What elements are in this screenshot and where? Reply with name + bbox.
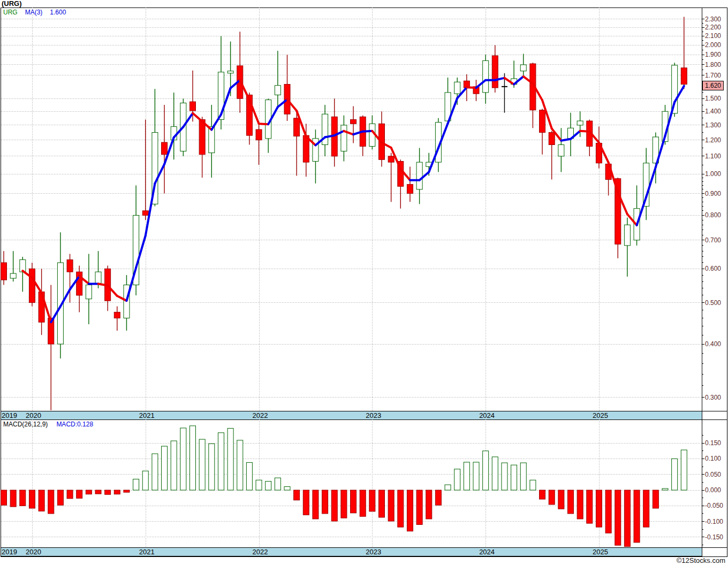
svg-text:-0.050: -0.050 xyxy=(705,502,723,509)
svg-text:1.900: 1.900 xyxy=(705,51,721,58)
svg-text:1.100: 1.100 xyxy=(705,152,721,160)
price-chart-legend: URG MA(3) 1.600 xyxy=(3,9,66,16)
macd-value-label: MACD:0.128 xyxy=(56,421,93,428)
macd-histogram-layer xyxy=(1,426,687,547)
macd-axis: 0.1500.1000.0500.000-0.050-0.100-0.150 xyxy=(702,419,723,545)
candlestick-layer xyxy=(1,17,687,410)
svg-text:0.900: 0.900 xyxy=(705,190,721,197)
svg-text:0.300: 0.300 xyxy=(705,394,721,401)
svg-text:0.100: 0.100 xyxy=(705,455,721,462)
svg-text:1.200: 1.200 xyxy=(705,136,721,144)
macd-legend: MACD(26,12,9) MACD:0.128 xyxy=(3,421,93,428)
svg-text:0.700: 0.700 xyxy=(705,236,721,244)
svg-text:1.800: 1.800 xyxy=(705,61,721,68)
ma-value-label: 1.600 xyxy=(50,9,66,16)
svg-text:2.100: 2.100 xyxy=(705,32,721,40)
svg-text:0.400: 0.400 xyxy=(705,340,721,348)
svg-text:0.050: 0.050 xyxy=(705,471,721,478)
svg-text:-0.150: -0.150 xyxy=(705,533,723,541)
svg-text:0.000: 0.000 xyxy=(705,486,721,494)
svg-text:1.400: 1.400 xyxy=(705,108,721,115)
last-price-badge: 1.620 xyxy=(702,81,724,90)
svg-text:1.300: 1.300 xyxy=(705,121,721,129)
svg-text:2.000: 2.000 xyxy=(705,41,721,49)
svg-text:0.150: 0.150 xyxy=(705,439,721,447)
svg-text:0.600: 0.600 xyxy=(705,265,721,272)
svg-text:0.800: 0.800 xyxy=(705,211,721,219)
price-axis: 2.3002.2002.1002.0001.9001.8001.7001.500… xyxy=(702,16,721,401)
svg-text:1.000: 1.000 xyxy=(705,170,721,178)
site-watermark: ©12Stocks.com xyxy=(0,556,725,565)
svg-text:1.700: 1.700 xyxy=(705,72,721,79)
stock-chart-canvas: 2.3002.2002.1002.0001.9001.8001.7001.500… xyxy=(0,0,728,565)
svg-text:2.200: 2.200 xyxy=(705,24,721,31)
svg-text:-0.100: -0.100 xyxy=(705,518,723,525)
svg-text:2.300: 2.300 xyxy=(705,16,721,23)
ma-indicator-label: MA(3) xyxy=(25,9,43,16)
stock-chart-page: (URG) 2019202020212022202320242025 20192… xyxy=(0,0,728,565)
svg-text:1.500: 1.500 xyxy=(705,95,721,102)
macd-indicator-label: MACD(26,12,9) xyxy=(3,421,48,428)
svg-text:0.500: 0.500 xyxy=(705,299,721,307)
ticker-symbol-label: URG xyxy=(3,9,18,16)
